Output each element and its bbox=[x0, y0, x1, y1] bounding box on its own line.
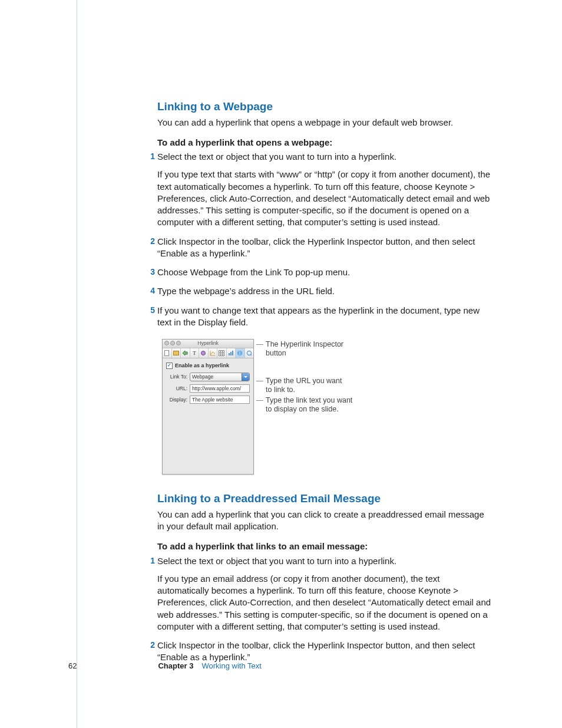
text-inspector-icon: T bbox=[190, 348, 200, 358]
build-inspector-icon bbox=[181, 348, 190, 358]
dropdown-arrow-icon bbox=[242, 373, 249, 381]
page-footer: 62 Chapter 3 Working with Text bbox=[68, 661, 262, 671]
section-heading-email: Linking to a Preaddressed Email Message bbox=[157, 491, 493, 506]
step-2-1: 1 Select the text or object that you wan… bbox=[157, 555, 493, 633]
display-label: Display: bbox=[166, 397, 190, 403]
hyperlink-inspector-panel: Hyperlink T ✓ Enable bbox=[162, 339, 254, 475]
svg-rect-6 bbox=[229, 353, 230, 355]
step-1-4: 4 Type the webpage’s address in the URL … bbox=[157, 285, 493, 297]
chapter-label: Chapter 3 bbox=[158, 661, 193, 671]
step-text: If you want to change text that appears … bbox=[157, 305, 493, 329]
slide-inspector-icon bbox=[172, 348, 181, 358]
inspector-title: Hyperlink bbox=[197, 340, 218, 347]
callout-inspector-button: The Hyperlink Inspector button bbox=[260, 340, 348, 358]
graphic-inspector-icon bbox=[199, 348, 209, 358]
step-number: 1 bbox=[147, 555, 155, 566]
display-field: The Apple website bbox=[190, 396, 250, 404]
section-heading-webpage: Linking to a Webpage bbox=[157, 99, 493, 114]
url-label: URL: bbox=[166, 386, 190, 392]
enable-hyperlink-checkbox: ✓ Enable as a hyperlink bbox=[166, 362, 250, 369]
svg-rect-1 bbox=[173, 351, 178, 355]
step-text: If you type an email address (or copy it… bbox=[157, 573, 493, 633]
svg-rect-8 bbox=[232, 351, 233, 355]
hyperlink-inspector-figure: Hyperlink T ✓ Enable bbox=[162, 339, 493, 475]
step-number: 4 bbox=[147, 285, 155, 297]
step-number: 2 bbox=[147, 640, 155, 651]
section2-intro: You can add a hyperlink that you can cli… bbox=[157, 509, 493, 533]
chapter-title: Working with Text bbox=[201, 661, 261, 671]
step-number: 3 bbox=[147, 266, 155, 278]
callout-display: Type the link text you want to display o… bbox=[260, 396, 354, 414]
url-field: http://www.apple.com/ bbox=[190, 384, 250, 393]
step-number: 5 bbox=[147, 305, 155, 316]
close-icon bbox=[164, 341, 169, 345]
linkto-select: Webpage bbox=[190, 373, 250, 381]
window-traffic-lights bbox=[164, 341, 181, 345]
svg-point-4 bbox=[201, 351, 206, 355]
zoom-icon bbox=[176, 341, 181, 345]
svg-rect-7 bbox=[230, 352, 232, 355]
checkbox-icon: ✓ bbox=[166, 363, 173, 369]
inspector-toolbar: T bbox=[163, 348, 253, 358]
inspector-titlebar: Hyperlink bbox=[163, 340, 253, 348]
step-1-1: 1 Select the text or object that you wan… bbox=[157, 151, 493, 229]
step-number: 2 bbox=[147, 236, 155, 247]
doc-inspector-icon bbox=[163, 348, 172, 358]
svg-rect-0 bbox=[165, 351, 169, 356]
linkto-label: Link To: bbox=[166, 374, 190, 380]
step-1-3: 3 Choose Webpage from the Link To pop-up… bbox=[157, 266, 493, 278]
step-1-2: 2 Click Inspector in the toolbar, click … bbox=[157, 236, 493, 260]
step-1-5: 5 If you want to change text that appear… bbox=[157, 305, 493, 329]
page-number: 62 bbox=[68, 661, 77, 671]
chart-inspector-icon bbox=[227, 348, 236, 358]
linkto-value: Webpage bbox=[192, 374, 213, 380]
page-left-rule bbox=[77, 0, 77, 728]
callout-url: Type the URL you want to link to. bbox=[260, 377, 348, 394]
quicktime-inspector-icon bbox=[245, 348, 254, 358]
enable-hyperlink-label: Enable as a hyperlink bbox=[175, 362, 229, 369]
metrics-inspector-icon bbox=[209, 348, 218, 358]
svg-text:T: T bbox=[193, 350, 196, 356]
section1-lead: To add a hyperlink that opens a webpage: bbox=[157, 137, 493, 149]
section1-intro: You can add a hyperlink that opens a web… bbox=[157, 117, 493, 129]
step-text: Type the webpage’s address in the URL fi… bbox=[157, 285, 493, 297]
step-text: Choose Webpage from the Link To pop-up m… bbox=[157, 266, 493, 278]
hyperlink-inspector-icon bbox=[236, 348, 245, 358]
step-text: Click Inspector in the toolbar, click th… bbox=[157, 640, 493, 664]
step-2-2: 2 Click Inspector in the toolbar, click … bbox=[157, 640, 493, 664]
svg-marker-2 bbox=[183, 351, 187, 355]
step-text: Click Inspector in the toolbar, click th… bbox=[157, 236, 493, 260]
step-text: If you type text that starts with “www” … bbox=[157, 169, 493, 228]
step-number: 1 bbox=[147, 151, 155, 162]
section2-lead: To add a hyperlink that links to an emai… bbox=[157, 541, 493, 552]
step-text: Select the text or object that you want … bbox=[157, 555, 493, 567]
table-inspector-icon bbox=[217, 348, 227, 358]
step-text: Select the text or object that you want … bbox=[157, 151, 493, 163]
svg-rect-5 bbox=[219, 351, 224, 356]
minimize-icon bbox=[170, 341, 175, 345]
